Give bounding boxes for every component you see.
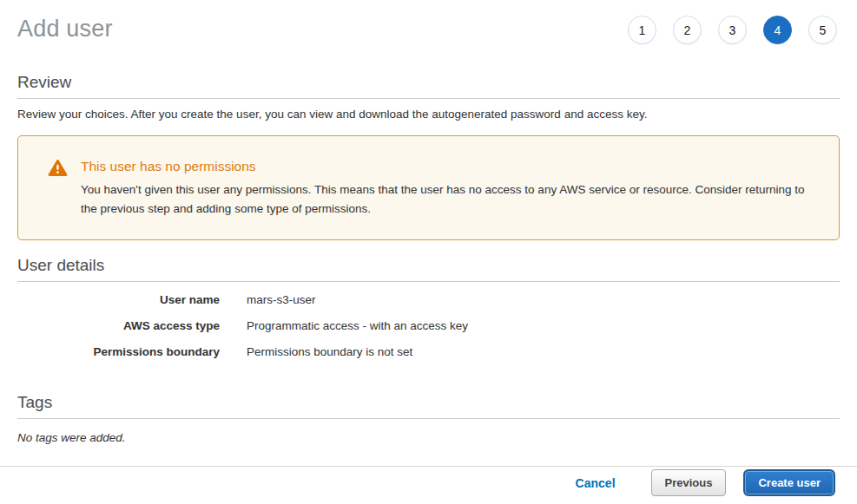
wizard-step-indicator: 12345 [628,13,837,44]
wizard-step-5: 5 [808,16,837,44]
detail-value: mars-s3-user [247,293,316,307]
user-details-list: User namemars-s3-userAWS access typeProg… [17,287,840,365]
detail-value: Programmatic access - with an access key [247,319,468,333]
user-details-heading: User details [17,256,840,282]
create-user-button[interactable]: Create user [743,469,835,496]
previous-button[interactable]: Previous [651,469,727,496]
wizard-footer: Cancel Previous Create user [0,466,857,504]
wizard-header: Add user 12345 [0,0,857,44]
page-title: Add user [17,16,113,43]
cancel-button[interactable]: Cancel [576,476,616,490]
detail-label: User name [17,293,220,307]
warning-triangle-icon [48,159,68,180]
warning-title: This user has no permissions [81,158,809,175]
wizard-step-2: 2 [673,16,702,44]
no-permissions-warning-box: This user has no permissions You haven't… [17,135,840,240]
wizard-step-4: 4 [763,16,792,44]
tags-empty-message: No tags were added. [17,431,840,444]
detail-row: Permissions boundaryPermissions boundary… [17,339,840,365]
tags-heading: Tags [17,393,840,419]
detail-label: AWS access type [17,319,220,333]
detail-row: AWS access typeProgrammatic access - wit… [17,313,840,339]
review-heading: Review [17,73,840,99]
detail-value: Permissions boundary is not set [247,345,412,359]
review-description: Review your choices. After you create th… [17,108,840,121]
warning-text-block: This user has no permissions You haven't… [81,158,809,219]
detail-label: Permissions boundary [17,345,220,359]
review-content: Review Review your choices. After you cr… [0,44,857,466]
detail-row: User namemars-s3-user [17,287,840,313]
wizard-step-3: 3 [718,16,747,44]
warning-body: You haven't given this user any permissi… [81,180,809,219]
add-user-wizard-page: Add user 12345 Review Review your choice… [0,0,857,504]
wizard-step-1: 1 [628,16,656,44]
